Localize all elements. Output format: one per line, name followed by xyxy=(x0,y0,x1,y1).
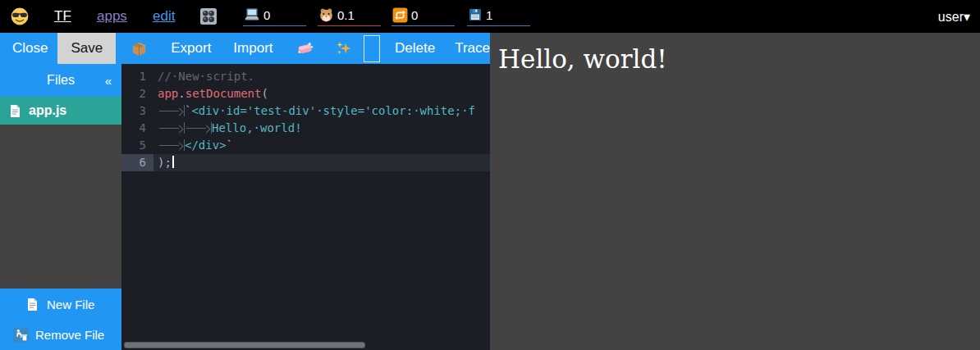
file-item-label: app.js xyxy=(29,103,66,118)
code-line[interactable]: 1//·New·script. xyxy=(121,68,490,85)
export-button[interactable]: Export xyxy=(171,40,211,57)
laptop-icon xyxy=(244,7,260,22)
line-number: 6 xyxy=(121,154,153,171)
tab-marker xyxy=(158,139,185,151)
package-button[interactable] xyxy=(131,40,148,57)
page-icon xyxy=(26,298,39,311)
code-token: ); xyxy=(158,156,172,169)
code-token: ` xyxy=(227,139,233,152)
sunglasses-emoji-icon xyxy=(11,7,29,25)
new-file-label: New File xyxy=(47,298,94,311)
soap-icon xyxy=(295,41,314,56)
code-area: 1//·New·script.2app.setDocument(3`<div·i… xyxy=(121,68,490,171)
sparkles-icon xyxy=(336,40,352,57)
user-menu[interactable]: user▾ xyxy=(938,0,970,33)
app-logo[interactable] xyxy=(11,0,29,33)
code-line[interactable]: 2app.setDocument( xyxy=(121,85,490,102)
code-editor[interactable]: 1//·New·script.2app.setDocument(3`<div·i… xyxy=(121,64,490,350)
preview-hello-text: Hello, world! xyxy=(498,44,980,74)
code-text: `<div·id='test-div'·style='color:·white;… xyxy=(153,102,490,120)
nav-link-apps[interactable]: apps xyxy=(97,0,127,33)
code-token: <div·id='test-div'·style='color:·white;·… xyxy=(191,104,475,117)
repeat-counter-value: 0 xyxy=(411,8,418,22)
save-button[interactable]: Save xyxy=(57,33,116,64)
floppy-icon xyxy=(468,7,483,22)
files-panel-title: Files xyxy=(47,73,75,88)
horizontal-scrollbar-thumb[interactable] xyxy=(124,342,365,348)
code-line[interactable]: 6); xyxy=(121,154,490,171)
tab-marker xyxy=(158,105,185,116)
code-token: . xyxy=(178,87,185,100)
laptop-counter-field[interactable]: 0 xyxy=(243,4,306,26)
code-text: ); xyxy=(153,154,490,171)
delete-button[interactable]: Delete xyxy=(395,40,435,57)
line-number: 4 xyxy=(121,120,153,137)
tab-marker xyxy=(185,122,212,134)
remove-file-label: Remove File xyxy=(35,328,104,342)
code-token: //·New·script. xyxy=(158,70,254,83)
preview-panel: Hello, world! xyxy=(490,33,980,350)
file-item-appjs[interactable]: app.js xyxy=(0,97,121,125)
nav-link-edit[interactable]: edit xyxy=(153,0,175,33)
code-token: Hello,·world! xyxy=(212,121,302,134)
collapse-sidebar-button[interactable]: « xyxy=(105,64,112,97)
laptop-counter-value: 0 xyxy=(263,8,270,22)
remove-file-button[interactable]: Remove File xyxy=(0,320,121,350)
page-icon xyxy=(9,104,21,118)
close-button[interactable]: Close xyxy=(12,40,48,57)
line-number: 1 xyxy=(121,68,153,85)
import-button[interactable]: Import xyxy=(233,40,272,57)
new-file-button[interactable]: New File xyxy=(0,289,121,320)
tab-marker xyxy=(158,122,185,134)
code-line[interactable]: 4Hello,·world! xyxy=(121,120,490,137)
blank-button[interactable] xyxy=(364,35,380,62)
floppy-counter-value: 1 xyxy=(486,8,492,22)
control-knobs-icon[interactable] xyxy=(199,0,218,33)
code-text: app.setDocument( xyxy=(153,85,490,102)
line-number: 3 xyxy=(121,102,153,120)
trace-button[interactable]: Trace xyxy=(455,40,490,57)
code-text: </div>` xyxy=(153,137,490,154)
package-icon xyxy=(131,40,148,57)
editor-toolbar: Close Save Export Import Delete Trace xyxy=(0,33,490,64)
text-cursor xyxy=(172,156,174,168)
code-text: Hello,·world! xyxy=(153,120,490,137)
code-text: //·New·script. xyxy=(153,68,490,85)
floppy-counter-field[interactable]: 1 xyxy=(467,4,530,26)
code-token: app xyxy=(158,87,178,100)
line-number: 2 xyxy=(121,85,153,102)
sparkles-button[interactable] xyxy=(336,40,352,57)
soap-button[interactable] xyxy=(295,41,314,56)
hamster-counter-field[interactable]: 0.1 xyxy=(318,4,381,26)
files-panel-header: Files « xyxy=(0,64,121,97)
code-token: setDocument xyxy=(185,87,262,100)
code-token: ( xyxy=(261,87,268,100)
litter-bin-icon xyxy=(13,327,29,343)
code-token: </div> xyxy=(185,139,227,152)
repeat-icon xyxy=(392,7,408,23)
line-number: 5 xyxy=(121,137,153,154)
nav-link-tf[interactable]: TF xyxy=(54,0,71,33)
code-line[interactable]: 3`<div·id='test-div'·style='color:·white… xyxy=(121,102,490,120)
hamster-counter-value: 0.1 xyxy=(337,8,355,22)
top-bar: TF apps edit 0 0.1 0 1 user▾ xyxy=(0,0,980,33)
repeat-counter-field[interactable]: 0 xyxy=(392,4,455,26)
code-line[interactable]: 5</div>` xyxy=(121,137,490,154)
hamster-icon xyxy=(318,7,334,23)
